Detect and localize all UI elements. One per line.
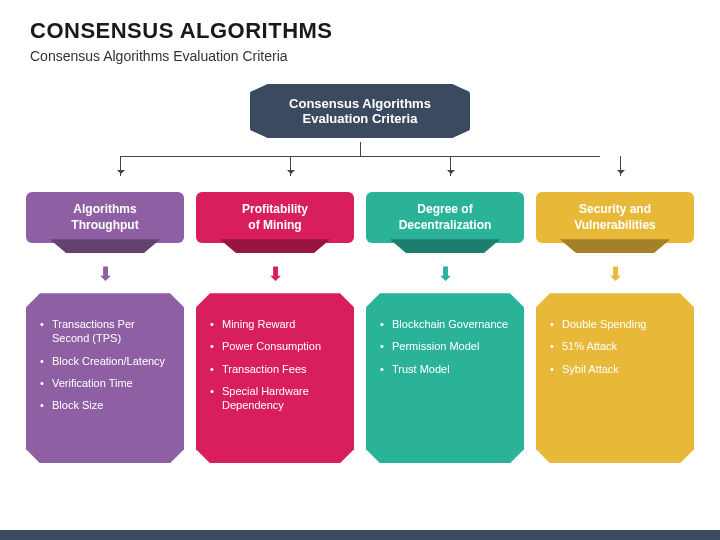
col-security: Security andVulnerabilities ⬇ Double Spe… — [536, 192, 694, 463]
ribbon — [560, 239, 671, 253]
ribbon — [220, 239, 331, 253]
header: CONSENSUS ALGORITHMS Consensus Algorithm… — [0, 0, 720, 74]
arrow-down-icon: ⬇ — [268, 263, 283, 285]
col-decentralization: Degree ofDecentralization ⬇ Blockchain G… — [366, 192, 524, 463]
list-item: Special Hardware Dependency — [210, 384, 340, 413]
list-item: Power Consumption — [210, 339, 340, 353]
page-title: CONSENSUS ALGORITHMS — [30, 18, 690, 44]
pill-security: Security andVulnerabilities — [536, 192, 694, 243]
list-item: Transactions Per Second (TPS) — [40, 317, 170, 346]
list-item: Block Creation/Latency — [40, 354, 170, 368]
diagram: Consensus Algorithms Evaluation Criteria — [0, 74, 720, 192]
col-throughput: AlgorithmsThroughput ⬇ Transactions Per … — [26, 192, 184, 463]
pill-mining: Profitabilityof Mining — [196, 192, 354, 243]
ribbon — [390, 239, 501, 253]
list-item: Mining Reward — [210, 317, 340, 331]
pill-throughput: AlgorithmsThroughput — [26, 192, 184, 243]
panel-mining: Mining Reward Power Consumption Transact… — [196, 293, 354, 463]
panel-decentralization: Blockchain Governance Permission Model T… — [366, 293, 524, 463]
list-item: Double Spending — [550, 317, 680, 331]
arrow-down-icon: ⬇ — [608, 263, 623, 285]
list-item: Block Size — [40, 398, 170, 412]
list-item: Sybil Attack — [550, 362, 680, 376]
root-line2: Evaluation Criteria — [260, 111, 460, 126]
root-node: Consensus Algorithms Evaluation Criteria — [250, 84, 470, 138]
list-item: Transaction Fees — [210, 362, 340, 376]
pill-decentralization: Degree ofDecentralization — [366, 192, 524, 243]
connector — [30, 142, 690, 182]
list-item: Blockchain Governance — [380, 317, 510, 331]
panel-security: Double Spending 51% Attack Sybil Attack — [536, 293, 694, 463]
page-subtitle: Consensus Algorithms Evaluation Criteria — [30, 48, 690, 64]
root-line1: Consensus Algorithms — [260, 96, 460, 111]
ribbon — [50, 239, 161, 253]
footer-bar — [0, 530, 720, 540]
list-item: Permission Model — [380, 339, 510, 353]
panel-throughput: Transactions Per Second (TPS) Block Crea… — [26, 293, 184, 463]
list-item: Verification Time — [40, 376, 170, 390]
arrow-down-icon: ⬇ — [438, 263, 453, 285]
list-item: Trust Model — [380, 362, 510, 376]
columns: AlgorithmsThroughput ⬇ Transactions Per … — [0, 192, 720, 463]
list-item: 51% Attack — [550, 339, 680, 353]
col-mining: Profitabilityof Mining ⬇ Mining Reward P… — [196, 192, 354, 463]
arrow-down-icon: ⬇ — [98, 263, 113, 285]
